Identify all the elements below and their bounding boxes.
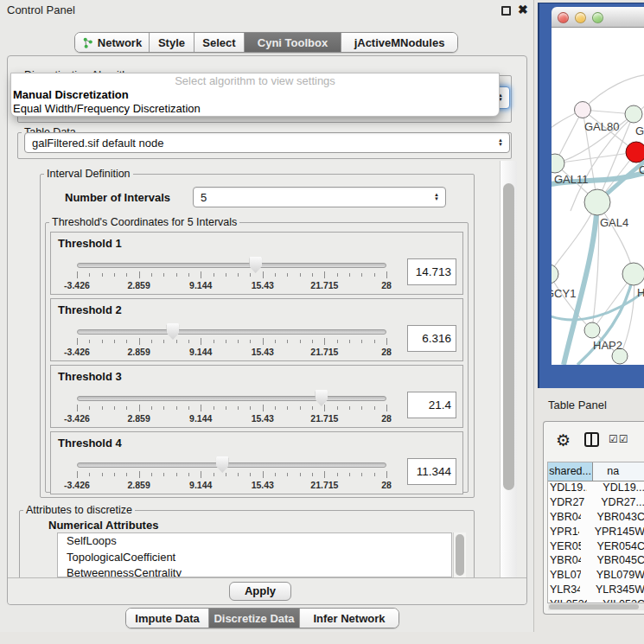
network-canvas[interactable]: GAL80GCGAL11GAL4GCY1HHAP2 [552,28,644,365]
slider-ticks [77,271,386,280]
slider-track[interactable] [77,396,386,401]
apply-button[interactable]: Apply [229,582,291,601]
control-panel: Control Panel ✖ NetworkStyleSelectCyni T… [0,0,534,632]
slider-ticks [77,338,386,347]
node-table: shared... na YDL19...YDL19...YDR27...YDR… [547,462,644,603]
table-row[interactable]: YBL079WYBL079W [548,569,644,583]
cell-shared-name[interactable]: YER054C [548,540,581,555]
table-row[interactable]: YLR345WYLR345W [548,583,644,598]
node-g-cut[interactable] [625,105,642,123]
node-red[interactable] [626,142,644,163]
table-data-select[interactable]: galFiltered.sif default node ▲▼ [24,132,510,153]
tab-jactivemnodules[interactable]: jActiveMNodules [341,33,457,52]
table-row[interactable]: YDR27...YDR27... [548,496,644,511]
slider-track[interactable] [77,462,386,468]
column-header-name[interactable]: na [593,462,644,481]
slider-ticks [77,405,386,413]
network-window-titlebar[interactable] [552,7,644,28]
node-label-gal11: GAL11 [554,173,589,186]
slider-ticks [77,471,386,480]
close-icon[interactable]: ✖ [518,3,528,16]
node-label-gcy1: GCY1 [552,287,576,300]
tab-impute-data[interactable]: Impute Data [126,609,209,628]
gear-icon[interactable]: ⚙ [556,430,571,450]
table-panel-title: Table Panel [548,399,607,411]
top-tab-bar: NetworkStyleSelectCyni ToolboxjActiveMNo… [74,32,458,53]
tab-style[interactable]: Style [150,33,194,52]
table-row[interactable]: YBR043CYBR043C [548,511,644,526]
cell-name[interactable]: YBR045C [581,554,644,569]
tab-cyni-toolbox[interactable]: Cyni Toolbox [245,33,341,52]
attributes-list-scrollbar[interactable] [453,532,466,577]
cell-shared-name[interactable]: YDL19... [548,481,587,496]
cell-name[interactable]: YER054C [581,540,644,555]
threshold-value-field[interactable]: 21.4 [407,392,456,418]
cell-name[interactable]: YDR27... [585,496,644,511]
cell-shared-name[interactable]: YBR043C [548,511,581,526]
tab-label: Impute Data [135,612,199,625]
table-hscrollbar[interactable] [548,603,644,610]
close-traffic-light-icon[interactable] [558,12,569,23]
number-of-intervals-select[interactable]: 5 ▲▼ [193,187,446,207]
apply-bar: Apply [8,577,526,604]
threshold-value-field[interactable]: 11.344 [407,458,456,485]
minimize-traffic-light-icon[interactable] [575,12,586,23]
cell-shared-name[interactable]: YDR27... [548,496,585,511]
threshold-value-field[interactable]: 6.316 [407,325,456,352]
threshold-slider[interactable]: -3.4262.8599.14415.4321.71528 [77,366,386,429]
cell-name[interactable]: YBR043C [581,511,644,526]
cell-shared-name[interactable]: YBL079W [548,569,581,583]
tab-select[interactable]: Select [194,33,245,52]
attribute-item[interactable]: BetweennessCentrality [58,565,451,577]
cell-name[interactable]: YLR345W [580,583,644,598]
cell-shared-name[interactable]: YLR345W [548,583,580,598]
algorithm-option-equal-width[interactable]: Equal Width/Frequency Discretization [11,102,499,116]
settings-scrollbar[interactable] [500,161,517,577]
table-row[interactable]: YBR045CYBR045C [548,554,644,569]
number-of-intervals-label: Number of Intervals [65,191,170,204]
threshold-value-field[interactable]: 14.713 [407,258,456,285]
threshold-box-2: Threshold 2-3.4262.8599.14415.4321.71528… [50,298,463,361]
zoom-traffic-light-icon[interactable] [592,12,603,23]
cell-shared-name[interactable]: YPR145W [548,526,579,540]
slider-track[interactable] [77,329,386,335]
split-columns-icon[interactable] [584,432,599,447]
threshold-box-1: Threshold 1-3.4262.8599.14415.4321.71528… [50,232,463,295]
cell-name[interactable]: YBL079W [581,569,644,583]
attribute-item[interactable]: TopologicalCoefficient [58,550,451,566]
node-h-cut[interactable] [622,263,644,285]
node-gal80[interactable] [575,102,591,118]
thresholds-group-title: Threshold's Coordinates for 5 Intervals [49,216,239,228]
attribute-item[interactable]: SelfLoops [58,533,451,550]
threshold-slider[interactable]: -3.4262.8599.14415.4321.71528 [77,432,386,495]
threshold-slider[interactable]: -3.4262.8599.14415.4321.71528 [77,299,386,362]
table-rows: YDL19...YDL19...YDR27...YDR27...YBR043CY… [548,481,644,603]
algorithm-option-manual[interactable]: Manual Discretization [11,88,499,102]
table-row[interactable]: YER054CYER054C [548,540,644,555]
checkbox-icons[interactable]: ☑☑ [609,433,629,445]
node-label-hap2: HAP2 [593,339,622,352]
tab-label: Discretize Data [214,612,294,625]
tab-network[interactable]: Network [75,33,150,52]
slider-tick-labels: -3.4262.8599.14415.4321.71528 [77,413,386,424]
node-gcy1[interactable] [552,265,558,284]
float-window-icon[interactable] [501,6,511,16]
control-panel-titlebar: Control Panel ✖ [0,0,533,21]
network-view-window: GAL80GCGAL11GAL4GCY1HHAP2 [538,3,644,388]
cell-shared-name[interactable]: YBR045C [548,554,581,569]
tab-discretize-data[interactable]: Discretize Data [209,609,300,628]
node-gal4[interactable] [584,189,610,215]
cell-name[interactable]: YDL19... [587,481,644,496]
table-row[interactable]: YDL19...YDL19... [548,481,644,496]
numerical-attributes-list[interactable]: SelfLoopsTopologicalCoefficientBetweenne… [57,532,452,577]
threshold-box-4: Threshold 4-3.4262.8599.14415.4321.71528… [50,431,463,494]
table-row[interactable]: YPR145WYPR145W [548,526,644,540]
algorithm-dropdown-popup: Select algorithm to view settings Manual… [10,73,500,117]
cell-name[interactable]: YPR145W [579,526,644,540]
tab-infer-network[interactable]: Infer Network [300,609,399,628]
node-hap2[interactable] [584,322,600,338]
slider-tick-labels: -3.4262.8599.14415.4321.71528 [77,480,386,490]
threshold-slider[interactable]: -3.4262.8599.14415.4321.71528 [77,233,386,296]
column-header-shared-name[interactable]: shared... [548,462,593,481]
slider-track[interactable] [77,263,386,268]
